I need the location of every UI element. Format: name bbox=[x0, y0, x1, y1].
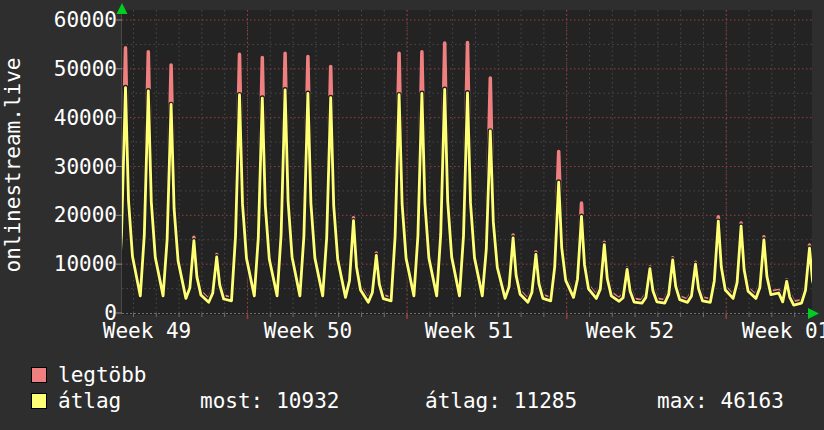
stat-most: most:10932 bbox=[200, 389, 339, 413]
x-tick-label: Week 52 bbox=[540, 319, 720, 343]
stat-atlag-value: 11285 bbox=[514, 389, 577, 413]
stat-atlag: átlag:11285 bbox=[425, 389, 577, 413]
legend-label-max: legtöbb bbox=[58, 363, 147, 387]
y-tick-label: 30000 bbox=[54, 155, 117, 179]
legend-swatch-max-icon bbox=[31, 367, 47, 383]
stat-most-value: 10932 bbox=[276, 389, 339, 413]
y-tick-label: 60000 bbox=[54, 8, 117, 32]
stat-most-label: most: bbox=[200, 389, 263, 413]
graph-canvas: onlinestream.live 0100002000030000400005… bbox=[0, 0, 824, 430]
y-tick-label: 20000 bbox=[54, 203, 117, 227]
x-tick-label: Week 01 bbox=[696, 319, 824, 343]
x-tick-label: Week 50 bbox=[218, 319, 398, 343]
legend-label-avg: átlag bbox=[58, 389, 121, 413]
right-arrow-icon bbox=[808, 308, 819, 319]
x-tick-label: Week 51 bbox=[379, 319, 559, 343]
x-tick-label: Week 49 bbox=[57, 319, 237, 343]
y-tick-label: 50000 bbox=[54, 57, 117, 81]
up-arrow-icon bbox=[117, 3, 128, 14]
stat-max: max:46163 bbox=[657, 389, 784, 413]
y-tick-label: 40000 bbox=[54, 106, 117, 130]
stat-atlag-label: átlag: bbox=[425, 389, 501, 413]
stat-max-value: 46163 bbox=[721, 389, 784, 413]
stat-max-label: max: bbox=[657, 389, 708, 413]
y-tick-label: 10000 bbox=[54, 252, 117, 276]
legend-swatch-avg-icon bbox=[31, 393, 47, 409]
